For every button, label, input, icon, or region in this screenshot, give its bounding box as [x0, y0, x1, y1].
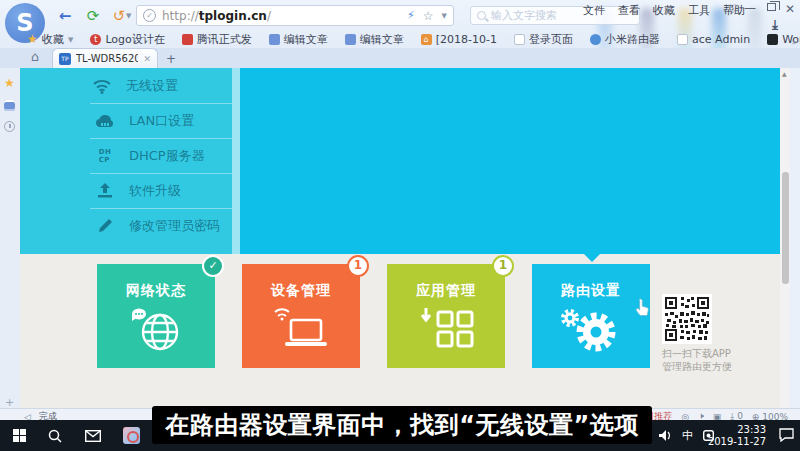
notification-icon: [779, 428, 794, 442]
ime-indicator[interactable]: 中: [682, 428, 693, 443]
tile-title: 应用管理: [387, 282, 505, 300]
home-icon: ⌂: [421, 34, 432, 45]
tile-device-management[interactable]: 1 设备管理: [242, 264, 360, 368]
gear-icon: [532, 304, 650, 356]
restore-window-button[interactable]: [767, 3, 776, 11]
tab-favicon: TP: [59, 53, 71, 65]
settings-sidebar: 无线设置 LAN口设置 DHCP DHCP服务器 软件升级: [20, 68, 232, 254]
home-icon[interactable]: ⌂: [31, 51, 43, 63]
sidebar-item-label: DHCP服务器: [129, 147, 205, 165]
qr-code: [662, 294, 712, 344]
router-admin-page: 无线设置 LAN口设置 DHCP DHCP服务器 软件升级: [20, 68, 790, 408]
back-button[interactable]: ←: [56, 7, 74, 25]
check-badge: ✓: [202, 255, 224, 277]
qr-caption-line1: 扫一扫下载APP: [662, 347, 772, 360]
tile-title: 路由设置: [532, 282, 650, 300]
notification-center-button[interactable]: [779, 428, 794, 442]
menu-favorites[interactable]: 收藏: [653, 3, 675, 18]
mail-app-button[interactable]: [78, 420, 108, 451]
sidebar-item-wireless[interactable]: 无线设置: [20, 68, 232, 103]
search-icon: [477, 11, 486, 20]
subtitle-text: 在路由器设置界面中，找到“无线设置”选项: [165, 409, 639, 441]
video-subtitle-overlay: 在路由器设置界面中，找到“无线设置”选项: [152, 406, 652, 444]
minimize-button[interactable]: —: [744, 1, 756, 15]
search-icon: [48, 429, 62, 443]
browser-side-strip: ★ +: [0, 68, 20, 408]
refresh-button[interactable]: ⟳: [84, 7, 102, 25]
sidebar-item-dhcp[interactable]: DHCP DHCP服务器: [90, 138, 232, 173]
bookmark-item[interactable]: 腾讯正式发: [182, 32, 252, 47]
site-icon: [677, 34, 688, 45]
menu-bar: 文件 查看 收藏 工具 帮助: [583, 3, 745, 18]
tab-bar: ⌂ TP TL-WDR5620 ✕ +: [0, 48, 800, 68]
taskbar-clock[interactable]: 23:33 2019-11-27: [708, 424, 766, 448]
site-icon: [590, 34, 601, 45]
sidebar-item-lan[interactable]: LAN口设置: [90, 103, 232, 138]
app-download-qr-block: 扫一扫下载APP 管理路由更方便: [662, 294, 772, 373]
menu-view[interactable]: 查看: [618, 3, 640, 18]
photos-app-button[interactable]: [116, 420, 146, 451]
tab-close-icon[interactable]: ✕: [143, 54, 151, 64]
site-icon: [514, 34, 525, 45]
tile-app-management[interactable]: 1 应用管理: [387, 264, 505, 368]
reading-list-icon[interactable]: [4, 100, 15, 111]
address-bar[interactable]: ✓ http://tplogin.cn/ ⚡ ☆ ▼: [136, 5, 454, 26]
sidebar-item-upgrade[interactable]: 软件升级: [90, 173, 232, 208]
menu-tools[interactable]: 工具: [688, 3, 710, 18]
bookmark-item[interactable]: 编辑文章: [269, 32, 328, 47]
clock-date: 2019-11-27: [708, 436, 766, 448]
sidebar-item-label: 软件升级: [129, 182, 181, 200]
search-placeholder: 输入文字搜索: [491, 8, 557, 23]
page-scrollbar[interactable]: ▲: [780, 68, 790, 408]
lan-icon: [95, 111, 115, 131]
chevron-down-icon[interactable]: ▼: [442, 12, 447, 20]
sidebar-scrollbar[interactable]: [232, 68, 240, 254]
bookmark-item[interactable]: 登录页面: [514, 32, 573, 47]
site-icon: [182, 34, 193, 45]
bookmark-favorites[interactable]: ★收藏▼: [27, 32, 73, 47]
start-button[interactable]: [4, 420, 34, 451]
new-tab-button[interactable]: +: [166, 52, 176, 66]
favorites-panel-icon[interactable]: ★: [4, 76, 15, 90]
menu-file[interactable]: 文件: [583, 3, 605, 18]
speaker-icon[interactable]: [659, 430, 672, 441]
heart-icon[interactable]: ♡: [727, 2, 738, 16]
taskbar-search-button[interactable]: [40, 420, 70, 451]
windows-logo-icon: [13, 429, 26, 442]
bookmark-star-icon[interactable]: ☆: [423, 9, 434, 23]
tile-router-settings[interactable]: 路由设置: [532, 264, 650, 368]
sidebar-item-label: LAN口设置: [129, 112, 194, 130]
dhcp-icon: DHCP: [95, 146, 115, 166]
history-icon[interactable]: [4, 121, 15, 132]
tile-title: 网络状态: [97, 282, 215, 300]
url-text[interactable]: http://tplogin.cn/: [162, 9, 271, 23]
content-header-panel: [240, 68, 790, 254]
wifi-icon: [92, 76, 112, 96]
sidebar-item-password[interactable]: 修改管理员密码: [90, 208, 232, 243]
bookmark-item[interactable]: tLogo设计在: [90, 32, 164, 47]
chevron-down-icon[interactable]: ▼: [126, 12, 131, 20]
speed-mode-icon[interactable]: ⚡: [407, 9, 415, 22]
star-icon: ★: [27, 34, 38, 45]
tab-tl-wdr5620[interactable]: TP TL-WDR5620 ✕: [52, 48, 158, 68]
pencil-icon: [95, 216, 115, 236]
sidebar-item-label: 无线设置: [126, 77, 178, 95]
count-badge: 1: [492, 255, 514, 277]
bookmark-item[interactable]: ⌂[2018-10-1: [421, 33, 497, 46]
selected-tile-notch: [584, 254, 600, 262]
upgrade-icon: [95, 181, 115, 201]
bookmarks-overflow-chevron[interactable]: »: [791, 37, 797, 47]
bookmark-item[interactable]: 小米路由器: [590, 32, 660, 47]
scrollbar-thumb[interactable]: [782, 172, 789, 284]
close-window-button[interactable]: ✕: [785, 2, 795, 16]
bookmark-item[interactable]: ace Admin: [677, 33, 750, 46]
scrollbar-up-arrow[interactable]: ▲: [782, 70, 787, 77]
app-grid-icon: [387, 304, 505, 354]
bookmark-item[interactable]: 编辑文章: [345, 32, 404, 47]
tile-network-status[interactable]: ✓ 网络状态: [97, 264, 215, 368]
site-safety-icon[interactable]: ✓: [143, 9, 156, 22]
sidebar-item-label: 修改管理员密码: [129, 217, 220, 235]
tile-title: 设备管理: [242, 282, 360, 300]
photos-app-icon: [123, 427, 140, 444]
clock-time: 23:33: [708, 424, 766, 436]
